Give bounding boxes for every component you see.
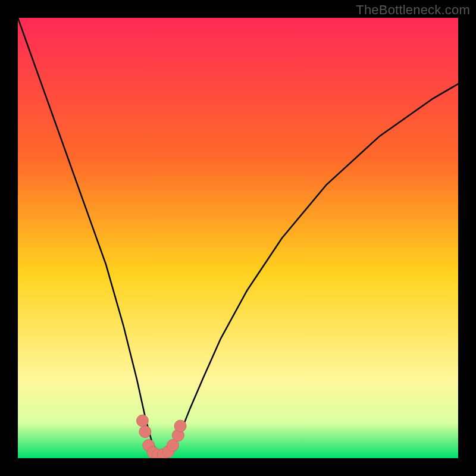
gradient-background	[18, 18, 458, 458]
plot-svg	[18, 18, 458, 458]
curve-marker	[136, 415, 148, 427]
watermark-text: TheBottleneck.com	[356, 2, 470, 18]
curve-marker	[174, 420, 186, 432]
curve-marker	[139, 426, 151, 438]
plot-area	[18, 18, 458, 458]
